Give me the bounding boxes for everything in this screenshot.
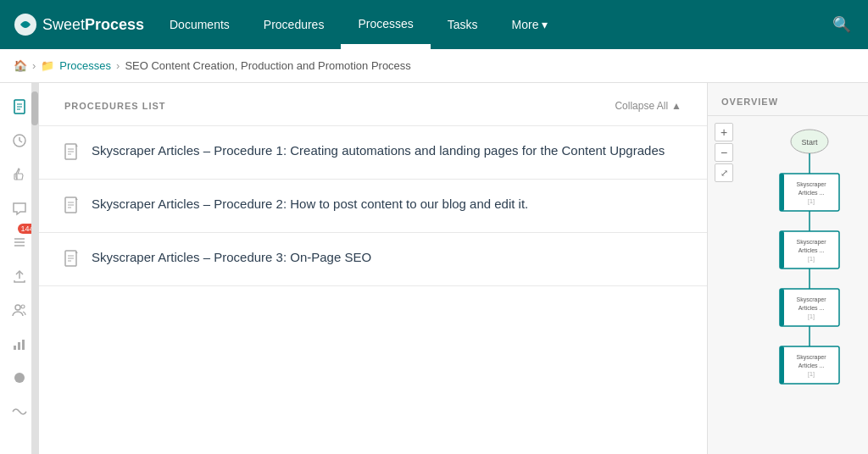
chevron-up-icon: ▲ [671,100,682,112]
procedure-doc-icon-3 [64,250,80,270]
breadcrumb-current: SEO Content Creation, Production and Pro… [125,59,410,72]
breadcrumb-sep-2: › [116,59,120,72]
nav-tasks[interactable]: Tasks [431,0,495,49]
svg-point-17 [14,373,25,383]
procedure-text-3: Skyscraper Articles – Procedure 3: On-Pa… [92,248,371,266]
nav-procedures[interactable]: Procedures [247,0,342,49]
svg-text:Articles ...: Articles ... [798,305,825,311]
sidebar-chat-icon[interactable] [4,193,35,224]
left-sidebar: 144 [0,83,39,454]
procedures-header: PROCEDURES LIST Collapse All ▲ [39,83,707,126]
svg-text:Start: Start [801,138,818,147]
sidebar-thumb-icon[interactable] [4,159,35,190]
svg-point-12 [15,305,20,310]
procedure-text-1: Skyscraper Articles – Procedure 1: Creat… [92,141,665,159]
sidebar-list-wrap: 144 [4,227,35,261]
content-area: PROCEDURES LIST Collapse All ▲ Skyscrape… [39,83,868,454]
procedure-doc-icon-1 [64,143,80,163]
svg-rect-14 [14,346,16,350]
sidebar-scroll-thumb[interactable] [31,91,38,125]
svg-rect-15 [18,342,20,350]
sidebar-wave-icon[interactable] [4,396,35,427]
svg-rect-46 [780,289,784,326]
logo-sweet: Sweet [42,16,85,33]
procedure-item-1[interactable]: Skyscraper Articles – Procedure 1: Creat… [39,126,707,180]
breadcrumb: 🏠 › 📁 Processes › SEO Content Creation, … [0,49,868,83]
expand-button[interactable]: ⤢ [715,163,733,182]
zoom-in-button[interactable]: + [715,123,733,141]
svg-text:Skyscraper: Skyscraper [796,354,826,361]
logo-process: Process [85,16,144,33]
svg-rect-16 [22,340,25,350]
sidebar-document-icon[interactable] [4,91,35,122]
nav-more[interactable]: More ▾ [495,0,565,49]
sidebar-upload-icon[interactable] [4,261,35,291]
top-navigation: SweetProcess Documents Procedures Proces… [0,0,868,49]
search-icon[interactable]: 🔍 [815,15,868,34]
svg-text:Skyscraper: Skyscraper [796,296,826,303]
svg-text:[1]: [1] [808,313,815,320]
svg-text:Skyscraper: Skyscraper [796,181,826,188]
nav-links: Documents Procedures Processes Tasks Mor… [153,0,815,49]
procedure-doc-icon-2 [64,197,80,217]
collapse-all-label: Collapse All [615,100,668,112]
overview-header: OVERVIEW [708,83,868,116]
svg-rect-34 [780,174,784,211]
svg-text:[1]: [1] [808,371,815,378]
svg-text:Articles ...: Articles ... [798,363,825,368]
map-controls: + − ⤢ [715,123,733,182]
svg-rect-40 [780,231,784,269]
logo-icon [14,13,37,36]
sidebar-scroll-track[interactable] [31,83,38,454]
procedure-item-3[interactable]: Skyscraper Articles – Procedure 3: On-Pa… [39,233,707,286]
processes-breadcrumb-icon: 📁 [41,59,54,72]
svg-text:Articles ...: Articles ... [798,247,825,253]
sidebar-circle-icon[interactable] [4,363,35,393]
sidebar-users-icon[interactable] [4,295,35,325]
procedure-item-2[interactable]: Skyscraper Articles – Procedure 2: How t… [39,180,707,233]
procedures-list-title: PROCEDURES LIST [64,101,166,111]
svg-text:[1]: [1] [808,198,815,205]
breadcrumb-sep-1: › [32,59,36,72]
sidebar-clock-icon[interactable] [4,125,35,156]
breadcrumb-processes[interactable]: Processes [59,59,111,72]
svg-text:Articles ...: Articles ... [798,190,825,196]
logo[interactable]: SweetProcess [0,13,153,36]
procedures-panel: PROCEDURES LIST Collapse All ▲ Skyscrape… [39,83,707,454]
nav-documents[interactable]: Documents [153,0,247,49]
procedure-text-2: Skyscraper Articles – Procedure 2: How t… [92,195,528,213]
svg-rect-52 [780,346,784,384]
overview-panel: OVERVIEW + − ⤢ Start [707,83,868,454]
svg-text:Skyscraper: Skyscraper [796,239,826,246]
main-area: 144 PROCEDURES LIST Collapse All [0,83,868,454]
svg-point-13 [21,305,25,308]
nav-processes[interactable]: Processes [341,0,430,49]
svg-text:[1]: [1] [808,256,815,263]
home-icon[interactable]: 🏠 [14,59,27,72]
collapse-all-button[interactable]: Collapse All ▲ [615,100,682,112]
svg-line-7 [19,141,22,142]
sidebar-chart-icon[interactable] [4,329,35,359]
zoom-out-button[interactable]: − [715,143,733,162]
overview-map: + − ⤢ Start Skyscraper Articles ... [708,116,868,453]
